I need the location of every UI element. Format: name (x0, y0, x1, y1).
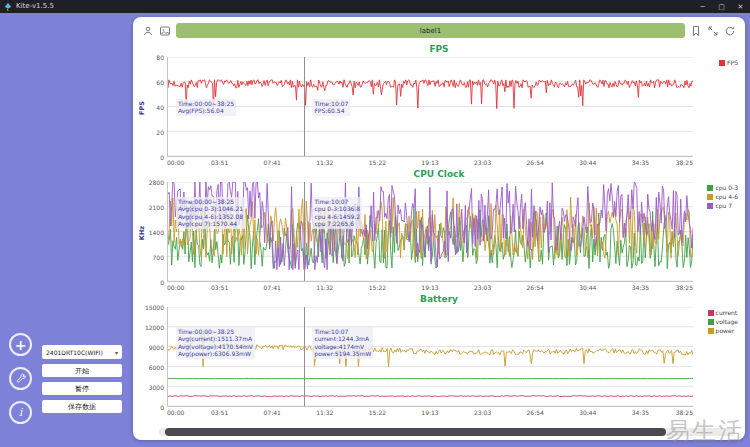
y-tick-label: 3000 (149, 384, 164, 391)
battery-plot[interactable]: Time:00:00~38:25Avg(current):1511.37mAAv… (167, 307, 693, 407)
x-tick-label: 15:22 (369, 284, 386, 291)
x-tick-label: 03:51 (211, 409, 228, 416)
legend-label: cpu 0-3 (715, 184, 738, 191)
label-input[interactable] (176, 23, 685, 38)
legend-item[interactable]: voltage (708, 318, 738, 325)
y-tick-label: 60 (156, 79, 164, 86)
x-tick-label: 26:54 (527, 284, 544, 291)
window-titlebar: Kite-v1.5.5 ─ ▢ ✕ (0, 0, 750, 13)
scrollbar-thumb[interactable] (165, 428, 666, 436)
legend-label: voltage (716, 318, 738, 325)
legend-item[interactable]: FPS (719, 59, 738, 66)
x-tick-label: 11:32 (316, 159, 333, 166)
tooltip-range: Time:00:00~38:25Avg(current):1511.37mAAv… (176, 327, 255, 359)
x-tick-label: 34:35 (632, 409, 649, 416)
x-tick-label: 07:41 (264, 284, 281, 291)
y-axis-ticks: 03000600090001200015000 (143, 307, 166, 407)
legend-item[interactable]: current (708, 309, 738, 316)
chart-title: CPU Clock (139, 169, 739, 179)
x-tick-label: 23:03 (474, 409, 491, 416)
x-tick-label: 11:32 (316, 284, 333, 291)
plus-icon: + (15, 337, 27, 353)
legend-label: current (716, 309, 738, 316)
x-tick-label: 07:41 (264, 159, 281, 166)
voltage-swatch (708, 319, 714, 325)
x-tick-label: 38:25 (676, 284, 693, 291)
legend-item[interactable]: cpu 7 (707, 202, 738, 209)
tooltip-range: Time:00:00~38:25Avg(cpu 0-3):1046.21Avg(… (176, 197, 245, 229)
horizontal-scrollbar[interactable] (159, 428, 735, 436)
fps-plot-svg (168, 57, 693, 156)
cpu 4-6-swatch (707, 194, 713, 200)
series-current (168, 396, 693, 397)
wrench-icon (15, 373, 27, 385)
add-button[interactable]: + (9, 333, 32, 356)
x-tick-label: 30:44 (579, 409, 596, 416)
legend-item[interactable]: power (708, 327, 738, 334)
series-FPS (168, 80, 693, 109)
legend-label: FPS (727, 59, 738, 66)
legend: currentvoltagepower (708, 309, 738, 334)
x-tick-label: 19:13 (421, 284, 438, 291)
maximize-button[interactable]: ▢ (712, 0, 731, 13)
save-data-button[interactable]: 保存数据 (42, 400, 122, 413)
x-tick-label: 11:32 (316, 409, 333, 416)
y-tick-label: 9000 (149, 344, 164, 351)
cpu-clock-plot[interactable]: Time:00:00~38:25Avg(cpu 0-3):1046.21Avg(… (167, 182, 693, 282)
legend: cpu 0-3cpu 4-6cpu 7 (707, 184, 738, 209)
pause-button[interactable]: 暂停 (42, 382, 122, 395)
start-button[interactable]: 开始 (42, 364, 122, 377)
legend-label: power (716, 327, 735, 334)
chart-title: FPS (139, 44, 739, 54)
y-axis-ticks: 0700140021002800 (143, 182, 166, 282)
fps-plot[interactable]: Time:00:00~38:25Avg(FPS):56.04Time:10:07… (167, 57, 693, 157)
tooltip-cursor: Time:10:07FPS:60.54 (312, 99, 350, 116)
info-button[interactable]: i (9, 401, 32, 424)
x-tick-label: 07:41 (264, 409, 281, 416)
y-tick-label: 12000 (145, 324, 164, 331)
x-tick-label: 26:54 (527, 159, 544, 166)
close-button[interactable]: ✕ (731, 0, 750, 13)
tooltip-range: Time:00:00~38:25Avg(FPS):56.04 (176, 99, 236, 116)
x-axis-ticks: 00:0003:5107:4111:3215:2219:1323:0326:54… (167, 159, 693, 168)
y-tick-label: 700 (153, 254, 164, 261)
x-tick-label: 19:13 (421, 409, 438, 416)
x-tick-label: 30:44 (579, 284, 596, 291)
y-tick-label: 1400 (149, 229, 164, 236)
FPS-swatch (719, 60, 725, 66)
app-icon (4, 3, 12, 11)
fps-chart: FPS FPS 020406080 Time:00:00~38:25Avg(FP… (139, 44, 739, 169)
cpu-clock-chart: CPU Clock KHz 0700140021002800 Time:00:0… (139, 169, 739, 294)
x-tick-label: 03:51 (211, 159, 228, 166)
user-icon[interactable] (142, 25, 154, 37)
y-tick-label: 2100 (149, 204, 164, 211)
tools-button[interactable] (9, 367, 32, 390)
charts-area: FPS FPS 020406080 Time:00:00~38:25Avg(FP… (139, 44, 739, 419)
x-tick-label: 00:00 (167, 284, 184, 291)
legend-item[interactable]: cpu 4-6 (707, 193, 738, 200)
x-axis-ticks: 00:0003:5107:4111:3215:2219:1323:0326:54… (167, 409, 693, 418)
tooltip-cursor: Time:10:07current:1244.3mAvoltage:4174mV… (312, 327, 373, 359)
refresh-icon[interactable] (724, 25, 736, 37)
chart-title: Battery (139, 294, 739, 304)
y-tick-label: 0 (160, 404, 164, 411)
device-select-value: 2401DRT10C(WIFI) (46, 349, 103, 356)
legend-item[interactable]: cpu 0-3 (707, 184, 738, 191)
y-tick-label: 80 (156, 54, 164, 61)
legend: FPS (719, 59, 738, 66)
x-tick-label: 38:25 (676, 409, 693, 416)
bookmark-icon[interactable] (690, 25, 702, 37)
x-tick-label: 34:35 (632, 159, 649, 166)
image-icon[interactable] (159, 25, 171, 37)
x-tick-label: 23:03 (474, 284, 491, 291)
legend-label: cpu 7 (715, 202, 732, 209)
main-panel: FPS FPS 020406080 Time:00:00~38:25Avg(FP… (133, 17, 745, 440)
chart-toolbar (142, 22, 736, 39)
minimize-button[interactable]: ─ (693, 0, 712, 13)
y-tick-label: 0 (160, 154, 164, 161)
x-tick-label: 19:13 (421, 159, 438, 166)
device-select[interactable]: 2401DRT10C(WIFI) ▾ (42, 345, 122, 359)
x-tick-label: 00:00 (167, 159, 184, 166)
y-tick-label: 20 (156, 129, 164, 136)
expand-icon[interactable] (707, 25, 719, 37)
